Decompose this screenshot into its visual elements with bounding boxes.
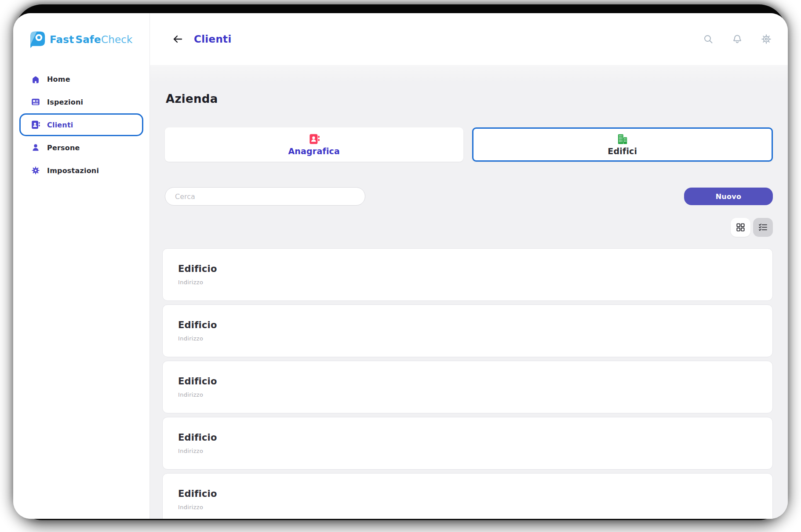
app-window: FastSafeCheck Home [13,13,788,519]
building-title: Edificio [178,489,772,499]
header: Clienti [150,13,788,65]
building-title: Edificio [178,320,772,330]
main-content: Azienda Anagrafica [150,65,788,519]
gear-icon [31,166,40,175]
home-icon [31,74,40,84]
page-title: Clienti [194,33,232,45]
search-icon[interactable] [703,33,714,45]
brand-logo: FastSafeCheck [26,30,133,49]
list-view-button[interactable] [753,218,773,237]
building-subtitle: Indirizzo [178,391,772,398]
section-title: Azienda [166,92,218,105]
sidebar-item-ispezioni[interactable]: Ispezioni [19,90,143,113]
grid-view-button[interactable] [731,218,750,237]
sidebar-item-label: Persone [47,144,80,152]
search-input[interactable] [165,187,365,206]
bell-icon[interactable] [732,33,743,45]
checklist-icon [758,222,768,232]
building-subtitle: Indirizzo [178,335,772,342]
sidebar-item-home[interactable]: Home [19,68,143,90]
buildings-list: Edificio Indirizzo Edificio Indirizzo Ed… [162,248,773,519]
buildings-icon [616,133,628,145]
tab-anagrafica[interactable]: Anagrafica [165,127,463,162]
sidebar-item-clienti[interactable]: Clienti [19,113,143,136]
person-icon [31,143,40,152]
sidebar-item-label: Impostazioni [47,166,99,175]
building-title: Edificio [178,432,772,443]
arrow-left-icon [172,34,183,44]
sidebar-item-persone[interactable]: Persone [19,136,143,159]
tab-label: Anagrafica [288,146,340,156]
building-card[interactable]: Edificio Indirizzo [162,473,773,519]
sidebar-item-impostazioni[interactable]: Impostazioni [19,159,143,182]
sidebar-nav: Home Ispezioni [19,68,143,182]
tab-label: Edifici [608,146,637,156]
brand-logo-icon [26,30,46,49]
building-card[interactable]: Edificio Indirizzo [162,417,773,470]
sidebar: FastSafeCheck Home [13,13,150,519]
building-subtitle: Indirizzo [178,448,772,454]
tab-edifici[interactable]: Edifici [472,127,773,162]
header-actions [703,33,772,45]
inspections-icon [31,97,40,107]
building-title: Edificio [178,264,772,274]
view-toggles [731,218,773,237]
building-subtitle: Indirizzo [178,504,772,510]
entity-tabs: Anagrafica [165,127,773,162]
contacts-icon [31,120,40,130]
grid-icon [735,222,746,232]
new-button[interactable]: Nuovo [684,188,773,205]
back-button[interactable] [171,33,184,46]
gear-icon[interactable] [761,33,772,45]
building-card[interactable]: Edificio Indirizzo [162,304,773,357]
contacts-icon [308,133,320,145]
sidebar-item-label: Ispezioni [47,98,83,106]
sidebar-item-label: Home [47,75,70,83]
sidebar-item-label: Clienti [47,121,73,129]
building-title: Edificio [178,376,772,387]
building-card[interactable]: Edificio Indirizzo [162,248,773,301]
building-subtitle: Indirizzo [178,279,772,286]
building-card[interactable]: Edificio Indirizzo [162,361,773,413]
brand-name: FastSafeCheck [50,34,133,45]
